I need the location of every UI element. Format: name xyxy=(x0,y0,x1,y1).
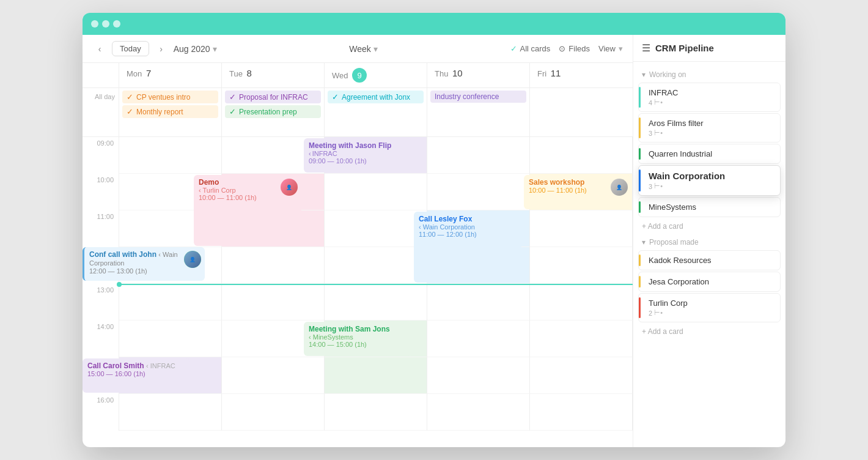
day-header-fri: Fri 11 xyxy=(530,63,633,87)
allday-cell-tue: ✓ Proposal for INFRAC ✓ Presentation pre… xyxy=(222,88,325,136)
day-header-mon: Mon 7 xyxy=(119,63,222,87)
time-label-09: 09:00 xyxy=(83,137,119,174)
crm-card-minesystems[interactable]: MineSystems xyxy=(638,197,781,217)
avatar-turlin: 👤 xyxy=(281,179,298,196)
calendar-area: ‹ Today › Aug 2020 ▾ Week ▾ ✓ xyxy=(83,35,633,447)
allday-cell-wed: ✓ Agreement with Jonx xyxy=(325,88,427,136)
time-cell-wed-15 xyxy=(325,357,427,394)
check-icon: ✓ xyxy=(229,92,236,102)
time-cell-fri-13 xyxy=(530,284,633,321)
view-filter[interactable]: View ▾ xyxy=(598,44,623,53)
color-bar xyxy=(639,297,641,318)
toolbar-left: ‹ Today › Aug 2020 ▾ xyxy=(92,41,217,56)
main-content: ‹ Today › Aug 2020 ▾ Week ▾ ✓ xyxy=(83,35,785,447)
event-meeting-jason[interactable]: Meeting with Jason Flip ‹ INFRAC 09:00 —… xyxy=(304,138,411,172)
next-button[interactable]: › xyxy=(154,42,169,56)
color-bar xyxy=(639,148,641,160)
app-window: ‹ Today › Aug 2020 ▾ Week ▾ ✓ xyxy=(83,13,785,447)
close-button[interactable] xyxy=(91,20,98,28)
color-bar xyxy=(639,117,641,138)
event-monthly-report[interactable]: ✓ Monthly report xyxy=(122,105,218,118)
time-grid: 09:00 10:00 11:00 xyxy=(83,137,633,447)
maximize-button[interactable] xyxy=(113,20,120,28)
crm-body: ▾ Working on INFRAC 4 ⊢• Aros Films filt… xyxy=(633,62,785,447)
crm-card-aros[interactable]: Aros Films filter 3 ⊢• xyxy=(638,113,781,143)
avatar-john: 👤 xyxy=(184,251,201,268)
time-cell-wed-12 xyxy=(325,247,427,284)
time-cell-tue-15 xyxy=(222,357,325,394)
crm-card-quarren[interactable]: Quarren Industrial xyxy=(638,144,781,164)
time-cell-fri-09 xyxy=(530,137,633,174)
day-header-wed: Wed 9 xyxy=(325,63,427,87)
day-header-tue: Tue 8 xyxy=(222,63,325,87)
allday-cell-fri xyxy=(530,88,633,136)
time-cell-thu-09 xyxy=(427,137,530,174)
toolbar: ‹ Today › Aug 2020 ▾ Week ▾ ✓ xyxy=(83,35,633,63)
day-headers: Mon 7 Tue 8 Wed 9 Thu 10 Fri 11 xyxy=(83,63,633,88)
crm-card-jesa[interactable]: Jesa Corporation xyxy=(638,272,781,292)
hamburger-icon: ☰ xyxy=(642,42,650,54)
allday-row: All day ✓ CP ventues intro ✓ Monthly rep… xyxy=(83,88,633,137)
today-button[interactable]: Today xyxy=(112,41,149,56)
time-cell-thu-15 xyxy=(427,357,530,394)
event-sales-workshop[interactable]: Sales workshop 10:00 — 11:00 (1h) 👤 xyxy=(524,175,631,209)
time-cell-tue-16 xyxy=(222,394,325,431)
time-cell-wed-16 xyxy=(325,394,427,431)
fileds-filter[interactable]: ⊙ Fileds xyxy=(559,44,590,53)
prev-button[interactable]: ‹ xyxy=(92,42,107,56)
all-cards-filter[interactable]: ✓ All cards xyxy=(510,44,551,53)
event-meeting-sam[interactable]: Meeting with Sam Jons ‹ MineSystems 14:0… xyxy=(304,322,411,356)
week-selector[interactable]: Week ▾ xyxy=(349,44,378,54)
event-proposal-infrac[interactable]: ✓ Proposal for INFRAC xyxy=(225,91,321,103)
crm-card-kadok[interactable]: Kadok Resources xyxy=(638,250,781,270)
time-cell-mon-14 xyxy=(119,321,222,357)
time-label-14: 14:00 xyxy=(83,321,119,357)
time-header-spacer xyxy=(83,63,119,87)
allday-label: All day xyxy=(83,88,119,136)
event-presentation-prep[interactable]: ✓ Presentation prep xyxy=(225,105,321,118)
time-cell-fri-11 xyxy=(530,210,633,247)
time-cell-mon-09 xyxy=(119,137,222,174)
event-cp-ventues[interactable]: ✓ CP ventues intro xyxy=(122,91,218,103)
date-range: Aug 2020 ▾ xyxy=(174,44,217,54)
crm-sidebar: ☰ CRM Pipeline ▾ Working on INFRAC 4 ⊢• xyxy=(633,35,785,447)
add-card-proposal-made[interactable]: + Add a card xyxy=(633,324,785,339)
crm-card-infrac[interactable]: INFRAC 4 ⊢• xyxy=(638,83,781,112)
event-agreement-jonx[interactable]: ✓ Agreement with Jonx xyxy=(328,91,424,103)
color-bar xyxy=(639,169,641,191)
event-industry-conf[interactable]: Industry conference xyxy=(430,91,526,103)
event-call-lesley[interactable]: Call Lesley Fox ‹ Wain Corporation 11:00… xyxy=(414,212,521,283)
allday-cell-mon: ✓ CP ventues intro ✓ Monthly report xyxy=(119,88,222,136)
event-call-carol[interactable]: Call Carol Smith ‹ INFRAC 15:00 — 16:00 … xyxy=(83,358,190,393)
time-cell-thu-10 xyxy=(427,174,530,210)
time-cell-thu-13 xyxy=(427,284,530,321)
time-cell-tue-13 xyxy=(222,284,325,321)
event-demo[interactable]: Demo ‹ Turlin Corp 10:00 — 11:00 (1h) 👤 xyxy=(194,175,301,246)
time-cell-fri-12 xyxy=(530,247,633,284)
time-cell-tue-12 xyxy=(222,247,325,284)
event-conf-call[interactable]: Conf call with John ‹ Wain Corporation 1… xyxy=(83,247,205,281)
avatar-sw: 👤 xyxy=(611,179,628,196)
check-icon: ✓ xyxy=(127,92,133,102)
minimize-button[interactable] xyxy=(102,20,109,28)
time-cell-fri-14 xyxy=(530,321,633,357)
working-on-header: ▾ Working on xyxy=(633,67,785,81)
proposal-made-header: ▾ Proposal made xyxy=(633,234,785,249)
allday-cell-thu: Industry conference xyxy=(427,88,530,136)
color-bar xyxy=(639,254,641,266)
crm-card-turlin[interactable]: Turlin Corp 2 ⊢• xyxy=(638,293,781,322)
time-label-10: 10:00 xyxy=(83,174,119,210)
calendar-grid: Mon 7 Tue 8 Wed 9 Thu 10 Fri 11 xyxy=(83,63,633,447)
time-cell-wed-10 xyxy=(325,174,427,210)
check-icon: ✓ xyxy=(127,107,133,116)
add-card-working-on[interactable]: + Add a card xyxy=(633,218,785,234)
crm-header: ☰ CRM Pipeline xyxy=(633,35,785,62)
crm-card-wain[interactable]: Wain Corporation 3 ⊢• xyxy=(638,165,781,196)
time-indicator xyxy=(119,284,633,285)
time-label-11: 11:00 xyxy=(83,210,119,247)
check-icon: ✓ xyxy=(332,92,339,102)
crm-title: CRM Pipeline xyxy=(655,43,714,53)
time-cell-thu-16 xyxy=(427,394,530,431)
toolbar-center: Week ▾ xyxy=(222,44,506,54)
day-header-thu: Thu 10 xyxy=(427,63,530,87)
